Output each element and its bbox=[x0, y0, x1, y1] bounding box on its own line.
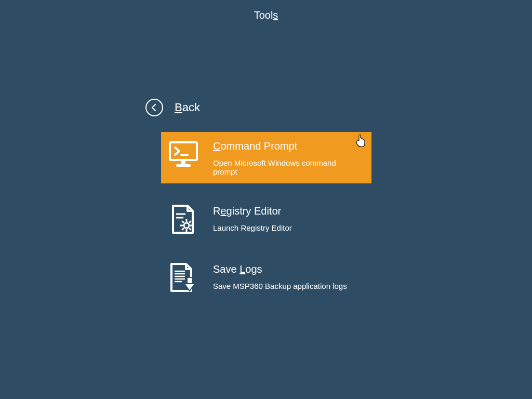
save-logs-icon bbox=[168, 262, 198, 292]
svg-line-14 bbox=[189, 221, 191, 223]
svg-line-12 bbox=[189, 228, 191, 230]
svg-point-6 bbox=[184, 223, 189, 228]
back-label-rest: ack bbox=[182, 101, 200, 114]
svg-marker-21 bbox=[184, 284, 195, 291]
back-arrow-icon bbox=[145, 99, 163, 116]
command-prompt-icon bbox=[168, 139, 198, 169]
title-pre: Save bbox=[213, 263, 240, 275]
svg-rect-0 bbox=[170, 142, 197, 160]
menu-item-text: Save Logs Save MSP360 Backup application… bbox=[213, 262, 362, 290]
page-title-pre: Tool bbox=[254, 9, 273, 21]
menu-item-save-logs[interactable]: Save Logs Save MSP360 Backup application… bbox=[161, 255, 371, 300]
page-header: Tools bbox=[0, 0, 532, 21]
menu-item-title: Registry Editor bbox=[213, 205, 362, 217]
title-rest: ogs bbox=[245, 263, 262, 275]
back-label-accel: B bbox=[175, 101, 182, 114]
title-pre: R bbox=[213, 205, 220, 217]
registry-editor-icon bbox=[168, 204, 198, 234]
content-area: Back Command Prompt Open Microsoft Windo… bbox=[145, 99, 405, 313]
menu-item-desc: Launch Registry Editor bbox=[213, 223, 362, 232]
back-button[interactable]: Back bbox=[145, 99, 405, 116]
page-title-accel: s bbox=[273, 9, 278, 21]
title-accel: L bbox=[240, 263, 245, 275]
menu-item-desc: Open Microsoft Windows command prompt bbox=[213, 158, 362, 176]
menu-item-registry-editor[interactable]: Registry Editor Launch Registry Editor bbox=[161, 197, 371, 242]
page-title: Tools bbox=[254, 9, 278, 21]
menu-item-command-prompt[interactable]: Command Prompt Open Microsoft Windows co… bbox=[161, 132, 371, 183]
svg-rect-3 bbox=[176, 164, 191, 167]
menu-item-title: Save Logs bbox=[213, 263, 362, 275]
menu-item-desc: Save MSP360 Backup application logs bbox=[213, 282, 362, 290]
svg-line-11 bbox=[182, 221, 184, 223]
menu-item-text: Registry Editor Launch Registry Editor bbox=[213, 204, 362, 232]
menu-item-title: Command Prompt bbox=[213, 140, 362, 152]
tools-menu: Command Prompt Open Microsoft Windows co… bbox=[161, 132, 371, 300]
title-rest: ommand Prompt bbox=[220, 140, 297, 152]
title-rest: gistry Editor bbox=[227, 205, 282, 217]
svg-rect-2 bbox=[181, 160, 185, 164]
back-label: Back bbox=[175, 101, 200, 114]
menu-item-text: Command Prompt Open Microsoft Windows co… bbox=[213, 139, 362, 176]
svg-line-13 bbox=[182, 228, 184, 230]
title-accel: C bbox=[213, 140, 220, 152]
title-accel: e bbox=[220, 205, 226, 217]
